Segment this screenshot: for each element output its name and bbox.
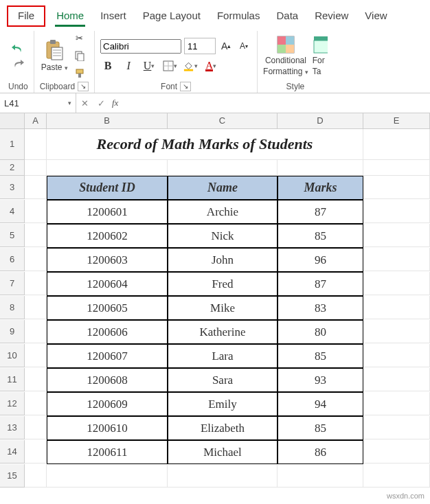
row-header[interactable]: 2	[0, 160, 25, 176]
cell[interactable]	[363, 129, 430, 160]
row-header[interactable]: 14	[0, 440, 25, 463]
td-marks[interactable]: 83	[278, 296, 363, 320]
cell[interactable]	[47, 160, 168, 176]
spreadsheet-grid[interactable]: A B C D E 1 Record of Math Marks of Stud…	[0, 113, 430, 488]
borders-icon[interactable]: ▾	[162, 58, 177, 73]
font-color-icon[interactable]: A▾	[203, 58, 218, 73]
row-header[interactable]: 7	[0, 272, 25, 295]
th-marks[interactable]: Marks	[278, 176, 363, 200]
td-marks[interactable]: 93	[278, 368, 363, 392]
select-all-corner[interactable]	[0, 113, 25, 129]
cell[interactable]	[25, 160, 47, 176]
cell[interactable]	[363, 272, 430, 295]
td-name[interactable]: John	[168, 248, 278, 272]
cell[interactable]	[25, 344, 47, 367]
cell[interactable]	[363, 248, 430, 271]
td-name[interactable]: Michael	[168, 440, 278, 464]
cell[interactable]	[363, 368, 430, 391]
cell[interactable]	[363, 176, 430, 199]
conditional-formatting-button[interactable]: Conditional Formatting ▾	[263, 35, 308, 76]
font-dialog-launcher-icon[interactable]: ↘	[180, 82, 191, 91]
td-id[interactable]: 1200602	[47, 224, 168, 248]
italic-button[interactable]: I	[121, 58, 136, 73]
tab-page-layout[interactable]: Page Layout	[135, 5, 209, 27]
increase-font-icon[interactable]: A▴	[218, 38, 234, 54]
td-marks[interactable]: 87	[278, 200, 363, 224]
formula-input[interactable]	[121, 93, 430, 113]
row-header[interactable]: 12	[0, 392, 25, 415]
paste-button[interactable]: Paste ▾	[41, 39, 68, 72]
copy-icon[interactable]	[72, 48, 87, 63]
tab-file[interactable]: File	[7, 5, 45, 27]
td-id[interactable]: 1200603	[47, 248, 168, 272]
row-header[interactable]: 5	[0, 224, 25, 247]
td-id[interactable]: 1200610	[47, 416, 168, 440]
cell[interactable]	[168, 464, 278, 488]
td-id[interactable]: 1200611	[47, 440, 168, 464]
undo-icon[interactable]	[10, 41, 25, 56]
format-painter-icon[interactable]	[72, 66, 87, 81]
cell[interactable]	[25, 296, 47, 319]
cell[interactable]	[25, 200, 47, 223]
col-header[interactable]: D	[278, 113, 363, 129]
cell[interactable]	[25, 248, 47, 271]
tab-insert[interactable]: Insert	[92, 5, 135, 27]
row-header[interactable]: 4	[0, 200, 25, 223]
cell[interactable]	[25, 320, 47, 343]
title-cell[interactable]: Record of Math Marks of Students	[47, 129, 363, 160]
col-header[interactable]: A	[25, 113, 47, 129]
td-name[interactable]: Archie	[168, 200, 278, 224]
td-marks[interactable]: 85	[278, 224, 363, 248]
cell[interactable]	[25, 129, 47, 160]
cell[interactable]	[25, 464, 47, 488]
redo-icon[interactable]	[10, 56, 25, 71]
fx-icon[interactable]: fx	[109, 98, 121, 108]
decrease-font-icon[interactable]: A▾	[236, 38, 251, 54]
tab-home[interactable]: Home	[48, 5, 92, 27]
clipboard-dialog-launcher-icon[interactable]: ↘	[78, 82, 89, 91]
row-header[interactable]: 3	[0, 176, 25, 199]
td-name[interactable]: Nick	[168, 224, 278, 248]
row-header[interactable]: 1	[0, 129, 25, 160]
cell[interactable]	[25, 272, 47, 295]
cell[interactable]	[363, 200, 430, 223]
row-header[interactable]: 8	[0, 296, 25, 319]
font-name-select[interactable]	[100, 39, 181, 54]
cell[interactable]	[25, 416, 47, 439]
row-header[interactable]: 15	[0, 464, 25, 488]
font-size-select[interactable]	[184, 38, 216, 54]
row-header[interactable]: 13	[0, 416, 25, 439]
cell[interactable]	[47, 464, 168, 488]
cell[interactable]	[25, 368, 47, 391]
row-header[interactable]: 11	[0, 368, 25, 391]
name-box[interactable]: L41 ▾	[0, 93, 76, 113]
td-name[interactable]: Elizabeth	[168, 416, 278, 440]
cell[interactable]	[25, 440, 47, 463]
cancel-formula-icon[interactable]: ✕	[76, 98, 93, 108]
cell[interactable]	[25, 176, 47, 199]
cell[interactable]	[363, 440, 430, 463]
cell[interactable]	[363, 296, 430, 319]
tab-review[interactable]: Review	[306, 5, 357, 27]
cut-icon[interactable]: ✂	[72, 30, 87, 45]
th-student-id[interactable]: Student ID	[47, 176, 168, 200]
td-id[interactable]: 1200608	[47, 368, 168, 392]
cell[interactable]	[363, 224, 430, 247]
fill-color-icon[interactable]: ▾	[183, 58, 198, 73]
underline-button[interactable]: U ▾	[142, 58, 157, 73]
td-marks[interactable]: 80	[278, 320, 363, 344]
bold-button[interactable]: B	[100, 58, 115, 73]
tab-formulas[interactable]: Formulas	[209, 5, 269, 27]
td-name[interactable]: Lara	[168, 344, 278, 368]
td-name[interactable]: Sara	[168, 368, 278, 392]
cell[interactable]	[363, 160, 430, 176]
enter-formula-icon[interactable]: ✓	[93, 98, 109, 108]
col-header[interactable]: C	[168, 113, 278, 129]
cell[interactable]	[363, 392, 430, 415]
tab-view[interactable]: View	[357, 5, 395, 27]
td-name[interactable]: Fred	[168, 272, 278, 296]
chevron-down-icon[interactable]: ▾	[68, 100, 71, 106]
td-id[interactable]: 1200605	[47, 296, 168, 320]
td-name[interactable]: Katherine	[168, 320, 278, 344]
td-marks[interactable]: 96	[278, 248, 363, 272]
